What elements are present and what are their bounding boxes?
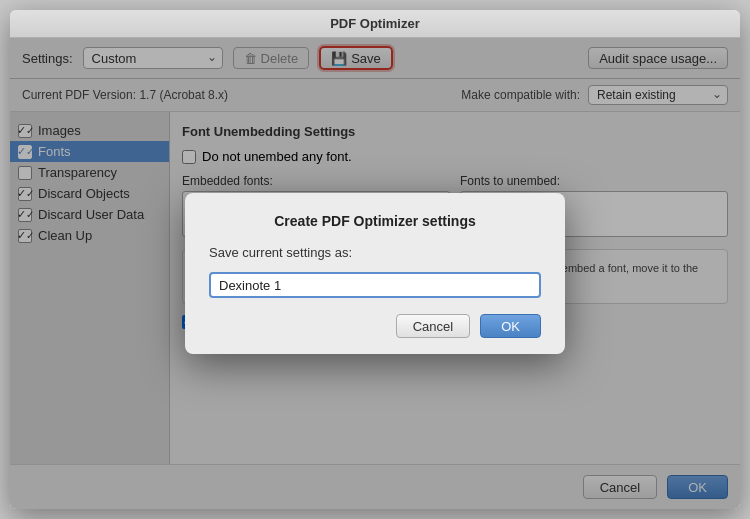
modal-save-label: Save current settings as: (209, 245, 541, 260)
modal-title: Create PDF Optimizer settings (209, 213, 541, 229)
modal-dialog: Create PDF Optimizer settings Save curre… (185, 193, 565, 354)
modal-name-input[interactable] (209, 272, 541, 298)
title-bar: PDF Optimizer (10, 10, 740, 38)
window-body: Settings: Custom 🗑 Delete 💾 Save Audit s… (10, 38, 740, 509)
modal-ok-button[interactable]: OK (480, 314, 541, 338)
modal-cancel-button[interactable]: Cancel (396, 314, 470, 338)
modal-buttons: Cancel OK (209, 314, 541, 338)
main-window: PDF Optimizer Settings: Custom 🗑 Delete … (10, 10, 740, 509)
window-title: PDF Optimizer (330, 16, 420, 31)
modal-overlay: Create PDF Optimizer settings Save curre… (10, 38, 740, 509)
